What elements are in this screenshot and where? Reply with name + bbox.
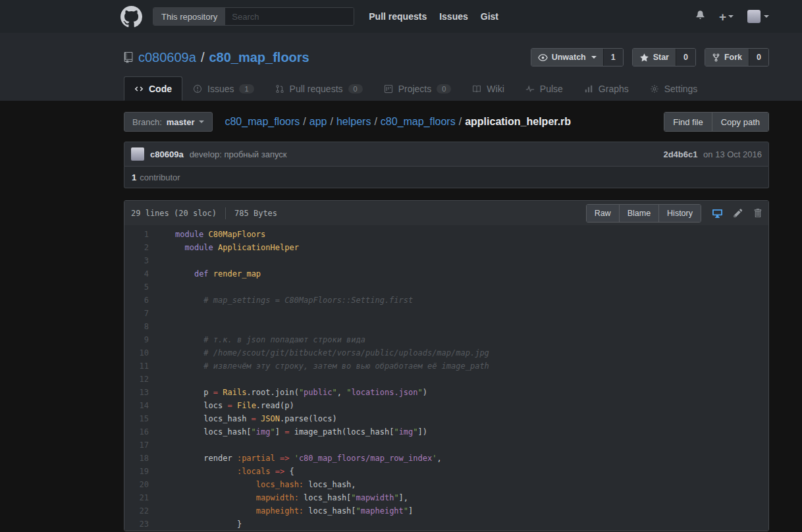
line-number[interactable]: 3: [124, 254, 157, 267]
monitor-icon[interactable]: [712, 208, 723, 218]
line-number[interactable]: 10: [124, 346, 157, 359]
code-line-text: locs_hash: locs_hash,: [157, 478, 356, 491]
star-icon: [639, 53, 649, 63]
line-number[interactable]: 2: [124, 241, 157, 254]
divider: [225, 207, 226, 219]
pencil-icon[interactable]: [734, 208, 743, 218]
star-label: Star: [653, 53, 669, 62]
search-bar: This repository: [153, 7, 354, 26]
nav-link-issues[interactable]: Issues: [439, 11, 468, 22]
code-line: 19 :locals => {: [124, 465, 768, 478]
repo-name-link[interactable]: c80_map_floors: [209, 50, 309, 65]
fork-button[interactable]: Fork: [705, 49, 749, 66]
repo-owner-link[interactable]: c080609a: [138, 50, 196, 65]
line-number[interactable]: 14: [124, 399, 157, 412]
repo-icon: [124, 52, 133, 63]
tab-graphs[interactable]: Graphs: [574, 76, 639, 101]
line-number[interactable]: 12: [124, 373, 157, 386]
history-button[interactable]: History: [658, 205, 701, 222]
tab-projects[interactable]: Projects0: [373, 76, 462, 101]
github-logo-icon[interactable]: [120, 6, 142, 28]
line-number[interactable]: 21: [124, 491, 157, 504]
gear-icon: [650, 84, 659, 93]
file-action-buttons: RawBlameHistory: [586, 204, 701, 223]
line-number[interactable]: 22: [124, 504, 157, 518]
commit-author-avatar[interactable]: [131, 147, 144, 161]
line-number[interactable]: 16: [124, 425, 157, 439]
code-line: 13 p = Rails.root.join("public", "locati…: [124, 386, 768, 399]
unwatch-group: Unwatch1: [531, 48, 624, 66]
user-avatar: [747, 10, 761, 23]
caret-down-icon: [728, 15, 734, 18]
trash-icon[interactable]: [753, 208, 762, 218]
code-line-text: [157, 320, 175, 333]
code-line-text: # map_settings = C80MapFloors::Setting.f…: [157, 294, 413, 307]
tab-settings[interactable]: Settings: [639, 76, 708, 101]
tab-code[interactable]: Code: [124, 76, 182, 101]
search-scope-label: This repository: [153, 8, 225, 25]
line-number[interactable]: 19: [124, 465, 157, 478]
commit-sha-link[interactable]: 2d4b6c1: [663, 149, 697, 159]
line-number[interactable]: 18: [124, 452, 157, 465]
commit-message[interactable]: develop: пробный запуск: [190, 149, 287, 159]
find-file-button[interactable]: Find file: [664, 113, 712, 131]
line-number[interactable]: 17: [124, 439, 157, 452]
tab-label: Pulse: [540, 84, 563, 94]
unwatch-count[interactable]: 1: [603, 49, 623, 66]
code-line: 11 # извлечём эту строку, затем во вью о…: [124, 359, 768, 373]
nav-link-pull-requests[interactable]: Pull requests: [369, 11, 427, 22]
unwatch-button[interactable]: Unwatch: [531, 49, 603, 66]
tab-pulse[interactable]: Pulse: [515, 76, 574, 101]
line-number[interactable]: 1: [124, 228, 157, 241]
wiki-icon: [472, 84, 481, 93]
line-number[interactable]: 6: [124, 294, 157, 307]
code-line: 15 locs_hash = JSON.parse(locs): [124, 412, 768, 425]
code-line-text: locs = File.read(p): [157, 399, 294, 412]
issue-icon: [193, 84, 202, 93]
star-count[interactable]: 0: [676, 49, 695, 66]
breadcrumb-link-c80-map-floors[interactable]: c80_map_floors: [381, 116, 456, 127]
tab-wiki[interactable]: Wiki: [462, 76, 514, 101]
code-line-text: p = Rails.root.join("public", "locations…: [157, 386, 427, 399]
tab-issues[interactable]: Issues1: [182, 76, 265, 101]
file-nav-actions: Find file Copy path: [664, 112, 769, 132]
line-number[interactable]: 4: [124, 267, 157, 280]
tab-pull-requests[interactable]: Pull requests0: [265, 76, 373, 101]
file-header: 29 lines (20 sloc) 785 Bytes RawBlameHis…: [124, 201, 768, 225]
breadcrumb-link-helpers[interactable]: helpers: [336, 116, 371, 127]
copy-path-button[interactable]: Copy path: [712, 113, 768, 131]
line-number[interactable]: 11: [124, 359, 157, 373]
line-number[interactable]: 8: [124, 320, 157, 333]
code-line-text: render :partial => 'c80_map_floors/map_r…: [157, 452, 442, 465]
branch-selector-button[interactable]: Branch: master: [124, 112, 213, 132]
repo-actions: Unwatch1Star0Fork0: [531, 48, 769, 66]
fork-label: Fork: [724, 53, 742, 62]
line-number[interactable]: 20: [124, 478, 157, 491]
commit-author-link[interactable]: c80609a: [150, 149, 184, 159]
caret-down-icon: [199, 120, 204, 123]
line-number[interactable]: 23: [124, 518, 157, 531]
breadcrumb-link-app[interactable]: app: [309, 116, 327, 127]
line-number[interactable]: 5: [124, 280, 157, 294]
tab-label: Settings: [664, 84, 698, 94]
code-line: 4 def render_map: [124, 267, 768, 280]
line-number[interactable]: 15: [124, 412, 157, 425]
user-menu[interactable]: [747, 10, 769, 23]
contributors-bar[interactable]: 1 contributor: [124, 167, 769, 188]
search-input[interactable]: [225, 8, 354, 25]
blame-button[interactable]: Blame: [619, 205, 658, 222]
star-button[interactable]: Star: [633, 49, 676, 66]
code-line: 12: [124, 373, 768, 386]
bell-icon[interactable]: [695, 10, 705, 23]
create-new-menu[interactable]: +: [719, 11, 734, 23]
code-line: 14 locs = File.read(p): [124, 399, 768, 412]
raw-button[interactable]: Raw: [587, 205, 619, 222]
nav-link-gist[interactable]: Gist: [481, 11, 498, 22]
fork-count[interactable]: 0: [749, 49, 768, 66]
fork-icon: [712, 53, 720, 63]
line-number[interactable]: 7: [124, 307, 157, 320]
repo-separator: /: [201, 50, 205, 65]
line-number[interactable]: 13: [124, 386, 157, 399]
line-number[interactable]: 9: [124, 333, 157, 346]
breadcrumb-link-c80-map-floors[interactable]: c80_map_floors: [225, 116, 300, 127]
